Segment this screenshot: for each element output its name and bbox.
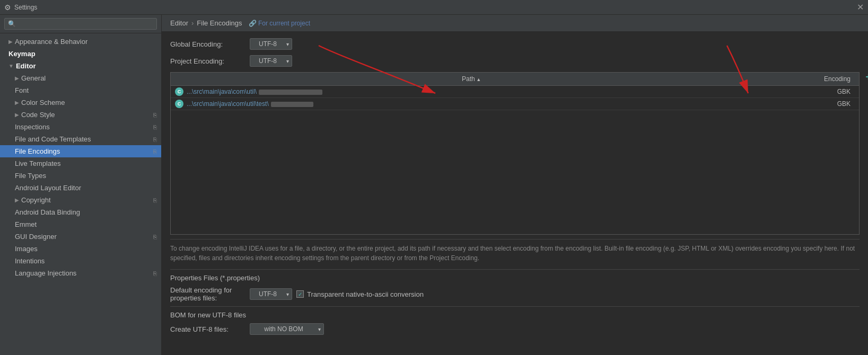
main-layout: ▶ Appearance & Behavior Keymap ▼ Editor … xyxy=(0,15,868,355)
sidebar-item-label: Language Injections xyxy=(15,269,76,277)
sidebar-item-label: Intentions xyxy=(15,257,45,265)
arrow-icon: ▶ xyxy=(15,75,19,81)
search-box xyxy=(0,15,161,33)
arrow-icon: ▼ xyxy=(8,63,14,69)
path-column-header[interactable]: Path xyxy=(171,73,772,85)
global-encoding-dropdown[interactable]: UTF-8 xyxy=(250,38,292,50)
sidebar-item-label: Copyright xyxy=(21,196,51,204)
copy-icon: ⎘ xyxy=(153,197,157,203)
content-header: Editor › File Encodings 🔗 For current pr… xyxy=(162,15,868,32)
breadcrumb-current: File Encodings xyxy=(197,19,242,27)
default-encoding-label: Default encoding for properties files: xyxy=(170,286,250,302)
arrow-icon: ▶ xyxy=(15,100,19,105)
copy-icon: ⎘ xyxy=(153,234,157,240)
breadcrumb-separator: › xyxy=(191,19,194,27)
default-encoding-row: Default encoding for properties files: U… xyxy=(170,286,860,302)
for-project-link[interactable]: 🔗 For current project xyxy=(249,20,310,27)
file-icon: C xyxy=(175,100,183,108)
bom-row: Create UTF-8 files: with NO BOM xyxy=(170,323,860,335)
sidebar: ▶ Appearance & Behavior Keymap ▼ Editor … xyxy=(0,15,162,355)
sidebar-item-label: File Encodings xyxy=(15,147,60,155)
breadcrumb-parent[interactable]: Editor xyxy=(170,19,188,27)
sidebar-item-label: File and Code Templates xyxy=(15,135,91,143)
sidebar-item-color-scheme[interactable]: ▶ Color Scheme xyxy=(0,96,161,109)
sidebar-item-label: Inspections xyxy=(15,123,50,131)
sidebar-item-label: Code Style xyxy=(21,111,55,119)
path-prefix: ...\src\main\java\com\util\test\ xyxy=(187,100,269,108)
sidebar-item-file-code-templates[interactable]: File and Code Templates ⎘ xyxy=(0,133,161,145)
table-row[interactable]: C ...\src\main\java\com\util\test\ GBK xyxy=(171,98,859,110)
sidebar-tree: ▶ Appearance & Behavior Keymap ▼ Editor … xyxy=(0,33,161,355)
sidebar-item-label: Emmet xyxy=(15,220,37,228)
arrow-icon: ▶ xyxy=(8,39,13,45)
sidebar-item-label: File Types xyxy=(15,172,46,180)
sidebar-item-label: GUI Designer xyxy=(15,233,57,241)
content-area: Editor › File Encodings 🔗 For current pr… xyxy=(162,15,868,355)
window-title: Settings xyxy=(14,4,37,11)
copy-icon: ⎘ xyxy=(153,270,157,277)
search-input[interactable] xyxy=(4,18,157,30)
sidebar-item-file-types[interactable]: File Types xyxy=(0,170,161,182)
table-body: C ...\src\main\java\com\util\ GBK C ...\… xyxy=(171,86,859,234)
copy-icon: ⎘ xyxy=(153,136,157,143)
row-encoding: GBK xyxy=(777,100,855,108)
sidebar-item-general[interactable]: ▶ General xyxy=(0,72,161,84)
global-encoding-label: Global Encoding: xyxy=(170,40,250,48)
for-project-label: For current project xyxy=(258,20,310,27)
row-path: ...\src\main\java\com\util\ xyxy=(187,88,777,95)
default-encoding-dropdown[interactable]: UTF-8 xyxy=(250,288,292,300)
sidebar-item-label: Live Templates xyxy=(15,159,60,167)
bom-create-label: Create UTF-8 files: xyxy=(170,325,250,333)
sidebar-item-label: Keymap xyxy=(8,50,36,58)
title-bar: ⚙ Settings ✕ xyxy=(0,0,868,15)
sidebar-item-code-style[interactable]: ▶ Code Style ⎘ xyxy=(0,109,161,121)
sidebar-item-appearance[interactable]: ▶ Appearance & Behavior xyxy=(0,36,161,48)
properties-section-title: Properties Files (*.properties) xyxy=(170,274,860,282)
table-header: Path Encoding xyxy=(171,73,859,86)
project-encoding-label: Project Encoding: xyxy=(170,57,250,65)
path-blurred xyxy=(259,90,322,95)
sidebar-item-emmet[interactable]: Emmet xyxy=(0,218,161,230)
sidebar-item-live-templates[interactable]: Live Templates xyxy=(0,157,161,170)
transparent-checkbox[interactable] xyxy=(296,290,304,298)
project-encoding-row: Project Encoding: UTF-8 xyxy=(170,55,860,67)
sidebar-item-android-data-binding[interactable]: Android Data Binding xyxy=(0,206,161,218)
arrow-icon: ▶ xyxy=(15,197,19,203)
sidebar-item-label: Color Scheme xyxy=(21,99,65,106)
sidebar-item-keymap[interactable]: Keymap xyxy=(0,48,161,60)
encoding-table: Path Encoding C ...\src\main\java\com\ut… xyxy=(170,72,860,235)
path-blurred xyxy=(271,102,313,107)
settings-icon: ⚙ xyxy=(4,3,11,12)
add-encoding-button[interactable]: + xyxy=(865,72,868,82)
properties-section: Properties Files (*.properties) Default … xyxy=(170,269,860,302)
sidebar-item-copyright[interactable]: ▶ Copyright ⎘ xyxy=(0,194,161,206)
sidebar-item-images[interactable]: Images xyxy=(0,243,161,255)
project-encoding-dropdown[interactable]: UTF-8 xyxy=(250,55,292,67)
encoding-column-header[interactable]: Encoding xyxy=(772,73,859,85)
copy-icon: ⎘ xyxy=(153,124,157,130)
bom-section-title: BOM for new UTF-8 files xyxy=(170,311,860,319)
sidebar-item-inspections[interactable]: Inspections ⎘ xyxy=(0,121,161,133)
table-row[interactable]: C ...\src\main\java\com\util\ GBK xyxy=(171,86,859,98)
transparent-checkbox-wrapper: Transparent native-to-ascii conversion xyxy=(296,290,424,298)
sidebar-item-font[interactable]: Font xyxy=(0,84,161,96)
sidebar-item-label: General xyxy=(21,74,46,82)
sidebar-item-android-layout-editor[interactable]: Android Layout Editor xyxy=(0,182,161,194)
copy-icon: ⎘ xyxy=(153,112,157,118)
close-button[interactable]: ✕ xyxy=(857,2,864,12)
sidebar-item-language-injections[interactable]: Language Injections ⎘ xyxy=(0,267,161,279)
row-encoding: GBK xyxy=(777,88,855,95)
arrow-icon: ▶ xyxy=(15,112,19,118)
sidebar-item-label: Appearance & Behavior xyxy=(15,38,87,46)
path-prefix: ...\src\main\java\com\util\ xyxy=(187,88,257,95)
sidebar-item-label: Editor xyxy=(16,62,36,70)
sidebar-item-gui-designer[interactable]: GUI Designer ⎘ xyxy=(0,230,161,243)
bom-create-dropdown[interactable]: with NO BOM xyxy=(250,323,324,335)
info-text: To change encoding IntelliJ IDEA uses fo… xyxy=(170,239,860,263)
transparent-label: Transparent native-to-ascii conversion xyxy=(307,290,424,298)
row-path: ...\src\main\java\com\util\test\ xyxy=(187,100,777,108)
sidebar-item-editor[interactable]: ▼ Editor xyxy=(0,60,161,72)
sidebar-item-file-encodings[interactable]: File Encodings ⎘ xyxy=(0,145,161,157)
sidebar-item-label: Android Data Binding xyxy=(15,208,80,216)
sidebar-item-intentions[interactable]: Intentions xyxy=(0,255,161,267)
